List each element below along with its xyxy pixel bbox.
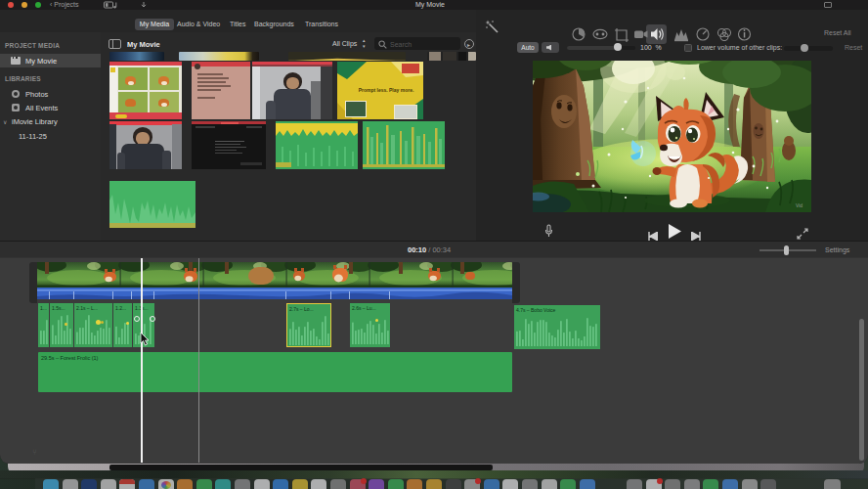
svg-text:Vid: Vid <box>796 202 803 208</box>
